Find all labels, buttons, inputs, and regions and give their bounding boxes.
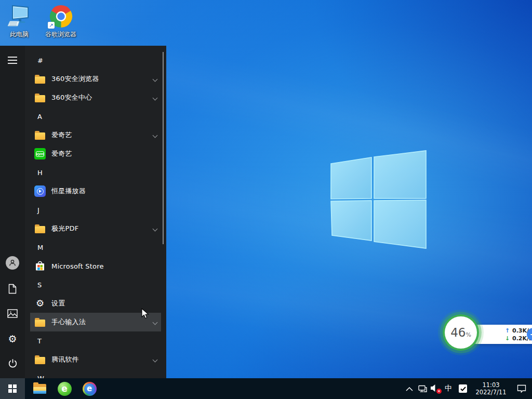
ime-chinese-label: 中 (445, 384, 452, 393)
app-list-section-header[interactable]: T (30, 331, 161, 350)
tray-network-button[interactable] (416, 378, 429, 399)
clock-time: 11:03 (471, 381, 511, 389)
this-pc-icon (7, 3, 32, 29)
start-button[interactable] (0, 378, 25, 399)
taskbar-browser-button[interactable]: e (78, 378, 101, 399)
app-list-item-iqiyi[interactable]: IQIYI 爱奇艺 (30, 144, 161, 163)
chevron-down-icon (153, 227, 158, 232)
iqiyi-icon: IQIYI (34, 148, 46, 159)
folder-icon (34, 316, 46, 328)
gear-icon: ⚙ (8, 334, 17, 344)
chevron-down-icon (153, 320, 158, 325)
start-menu: ⚙ # 360安全浏览器 360安全中心 A 爱奇艺 IQIYI (0, 46, 166, 378)
user-avatar-icon (6, 256, 19, 270)
app-list-folder-360-center[interactable]: 360安全中心 (30, 88, 161, 107)
chrome-icon: ↗ (48, 3, 73, 29)
app-list-section-header[interactable]: A (30, 107, 161, 126)
folder-icon (34, 92, 46, 103)
desktop-icon-label: 此电脑 (10, 30, 29, 39)
folder-icon (34, 73, 46, 85)
start-menu-app-list: # 360安全浏览器 360安全中心 A 爱奇艺 IQIYI 爱奇艺 H (25, 46, 166, 378)
power-button[interactable] (0, 353, 25, 374)
tray-show-hidden-icons-button[interactable] (403, 378, 416, 399)
chevron-down-icon (153, 96, 158, 101)
windows-logo-icon (8, 384, 17, 393)
folder-icon (34, 129, 46, 141)
app-list-section-header[interactable]: # (30, 51, 161, 70)
tray-volume-button[interactable]: × (429, 378, 442, 399)
tray-ime-indicator[interactable]: 中 (442, 378, 455, 399)
memory-usage-ball[interactable]: 46 % (445, 316, 477, 349)
app-list-folder-tencent[interactable]: 腾讯软件 (30, 350, 161, 369)
taskbar: e e × (0, 378, 532, 399)
taskbar-360-browser-button[interactable]: e (53, 378, 76, 399)
app-list-folder-iqiyi[interactable]: 爱奇艺 (30, 126, 161, 144)
memory-percent-value: 46 (450, 326, 466, 339)
desktop-icon-label: 谷歌浏览器 (45, 30, 76, 39)
windows-wallpaper-logo-icon (329, 150, 429, 251)
power-icon (8, 358, 18, 368)
360-browser-icon: e (58, 382, 72, 396)
upload-arrow-icon: ↑ (505, 327, 512, 334)
app-list-folder-360-browser[interactable]: 360安全浏览器 (30, 70, 161, 88)
app-list-section-header[interactable]: J (30, 201, 161, 219)
app-list-folder-jiguang-pdf[interactable]: 极光PDF (30, 219, 161, 238)
document-icon (8, 284, 17, 294)
chevron-down-icon (153, 133, 158, 138)
system-tray: × 中 11:03 2022/7/11 (403, 378, 532, 399)
folder-icon (34, 223, 46, 234)
action-center-button[interactable] (511, 378, 532, 399)
desktop-icon-chrome[interactable]: ↗ 谷歌浏览器 (42, 3, 79, 39)
start-menu-rail: ⚙ (0, 46, 25, 378)
download-arrow-icon: ↓ (505, 335, 512, 342)
settings-button[interactable]: ⚙ (0, 328, 25, 349)
settings-gear-icon: ⚙ (34, 298, 46, 309)
app-list-section-header[interactable]: S (30, 275, 161, 294)
network-icon (418, 385, 427, 393)
file-explorer-icon (33, 384, 46, 394)
documents-button[interactable] (0, 278, 25, 299)
app-list-section-header[interactable]: H (30, 163, 161, 182)
user-account-button[interactable] (0, 252, 25, 273)
chevron-up-icon (406, 387, 413, 391)
volume-muted-icon: × (430, 384, 441, 393)
chevron-down-icon (153, 357, 158, 363)
mouse-cursor (141, 308, 149, 320)
percent-sign: % (466, 331, 471, 338)
shortcut-arrow-icon: ↗ (48, 22, 55, 29)
tray-clock[interactable]: 11:03 2022/7/11 (471, 381, 511, 396)
app-list-section-header[interactable]: W (30, 369, 161, 378)
microsoft-store-icon (34, 260, 46, 272)
action-center-icon (517, 384, 526, 393)
star-player-icon (34, 185, 46, 197)
clock-date: 2022/7/11 (471, 389, 511, 396)
checkmark-badge-icon (459, 384, 467, 393)
app-list-item-star-player[interactable]: 恒星播放器 (30, 182, 161, 201)
folder-icon (34, 354, 46, 365)
start-menu-scrollbar[interactable] (163, 52, 164, 244)
tray-security-button[interactable] (455, 378, 471, 399)
app-list-item-microsoft-store[interactable]: Microsoft Store (30, 257, 161, 275)
plus-icon: + (529, 329, 532, 340)
pictures-button[interactable] (0, 303, 25, 324)
desktop-screen: 此电脑 ↗ 谷歌浏览器 (0, 0, 532, 399)
taskbar-file-explorer-button[interactable] (28, 378, 51, 399)
chevron-down-icon (153, 77, 158, 82)
hamburger-menu-button[interactable] (0, 50, 25, 71)
pictures-icon (7, 309, 18, 318)
rainbow-e-browser-icon: e (83, 382, 97, 396)
app-list-section-header[interactable]: M (30, 238, 161, 257)
desktop-icon-this-pc[interactable]: 此电脑 (1, 3, 38, 39)
